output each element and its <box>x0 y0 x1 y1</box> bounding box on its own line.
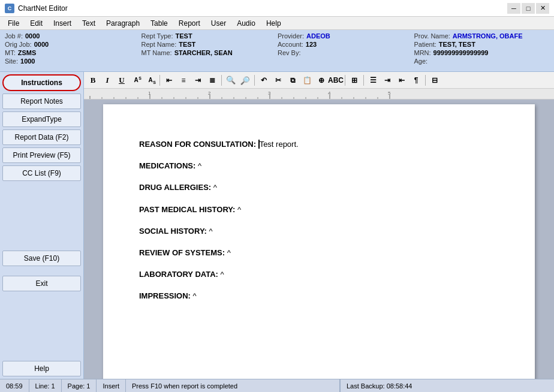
info-col-3: Provider: ADEOB Account: 123 Rev By: <box>278 32 413 69</box>
copy-button[interactable]: ⧉ <box>286 74 299 86</box>
expand-type-button[interactable]: ExpandType <box>2 111 81 127</box>
save-button[interactable]: Save (F10) <box>2 251 81 266</box>
close-button[interactable]: ✕ <box>536 3 549 14</box>
status-page: Page: 1 <box>62 379 97 392</box>
bold-button[interactable]: B <box>86 74 100 86</box>
doc-line-6: LABORATORY DATA: ^ <box>139 269 499 280</box>
exit-button[interactable]: Exit <box>2 276 81 291</box>
svg-text:5: 5 <box>388 91 391 96</box>
zoom-out-button[interactable]: 🔍 <box>239 74 252 86</box>
reptname-row: Rept Name: TEST <box>141 41 277 48</box>
align-right-button[interactable]: ⇥ <box>191 74 204 86</box>
repttype-row: Rept Type: TEST <box>141 32 277 40</box>
align-justify-button[interactable]: ≣ <box>206 74 219 86</box>
indent-button[interactable]: ⇥ <box>381 74 394 86</box>
status-message: Press F10 when report is completed <box>126 379 340 392</box>
toolbar-sep-2 <box>221 75 222 86</box>
outdent-button[interactable]: ⇤ <box>395 74 408 86</box>
menu-report[interactable]: Report <box>173 17 206 29</box>
paste-button[interactable]: 📋 <box>300 74 314 86</box>
zoom-in-button[interactable]: 🔍 <box>224 74 237 86</box>
doc-text-3: ^ <box>235 205 241 214</box>
status-insert: Insert <box>97 379 126 392</box>
menu-edit[interactable]: Edit <box>25 17 48 29</box>
menu-user[interactable]: User <box>206 17 231 29</box>
status-time: 08:59 <box>0 379 29 392</box>
mrn-value: 999999999999999 <box>433 49 489 56</box>
revby-label: Rev By: <box>278 49 301 56</box>
mrn-row: MRN: 999999999999999 <box>414 49 550 56</box>
sidebar-gap <box>2 269 81 273</box>
patient-value: TEST, TEST <box>439 41 475 48</box>
cc-list-button[interactable]: CC List (F9) <box>2 165 81 181</box>
doc-wrapper[interactable]: REASON FOR CONSULTATION: Test report.MED… <box>84 99 554 379</box>
format-button[interactable]: ¶ <box>410 74 423 86</box>
toolbar: B I U AS AS ⇤ ≡ ⇥ ≣ 🔍 🔍 ↶ ✂ ⧉ 📋 ⊕ ABC ⊞ … <box>84 72 554 89</box>
doc-text-1: ^ <box>195 161 201 170</box>
doc-text-6: ^ <box>218 270 224 279</box>
special1-button[interactable]: ⊕ <box>315 74 328 86</box>
app-icon: C <box>5 4 14 13</box>
job-row: Job #: 0000 <box>5 32 140 40</box>
menu-table[interactable]: Table <box>145 17 173 29</box>
instructions-button[interactable]: Instructions <box>2 74 81 91</box>
report-notes-button[interactable]: Report Notes <box>2 94 81 109</box>
cut-button[interactable]: ✂ <box>272 74 285 86</box>
special2-button[interactable]: ⊟ <box>428 74 441 86</box>
sidebar-spacer <box>2 183 81 248</box>
reptname-value: TEST <box>179 41 195 48</box>
subscript-button[interactable]: AS <box>144 74 157 86</box>
menubar: File Edit Insert Text Paragraph Table Re… <box>0 17 554 30</box>
toolbar-sep-6 <box>425 75 426 86</box>
sidebar-spacer2 <box>2 294 81 358</box>
titlebar-controls: ─ □ ✕ <box>507 3 549 14</box>
svg-text:1: 1 <box>148 91 151 96</box>
mt-value: ZSMS <box>18 49 37 56</box>
menu-help[interactable]: Help <box>261 17 287 29</box>
maximize-button[interactable]: □ <box>522 3 535 14</box>
undo-button[interactable]: ↶ <box>257 74 270 86</box>
mt-label: MT: <box>5 49 16 56</box>
align-left-button[interactable]: ⇤ <box>162 74 176 86</box>
superscript-button[interactable]: AS <box>130 74 143 86</box>
doc-line-3: PAST MEDICAL HISTORY: ^ <box>139 204 499 215</box>
align-center-button[interactable]: ≡ <box>177 74 190 86</box>
toolbar-sep-5 <box>363 75 364 86</box>
print-preview-button[interactable]: Print Preview (F5) <box>2 147 81 163</box>
doc-text-0: Test report. <box>256 140 299 149</box>
menu-audio[interactable]: Audio <box>231 17 261 29</box>
italic-button[interactable]: I <box>101 74 114 86</box>
menu-file[interactable]: File <box>2 17 25 29</box>
report-data-button[interactable]: Report Data (F2) <box>2 129 81 145</box>
ruler: 1 2 3 4 <box>84 89 554 99</box>
document-page[interactable]: REASON FOR CONSULTATION: Test report.MED… <box>103 104 535 379</box>
content-area: B I U AS AS ⇤ ≡ ⇥ ≣ 🔍 🔍 ↶ ✂ ⧉ 📋 ⊕ ABC ⊞ … <box>84 72 554 379</box>
help-button[interactable]: Help <box>2 361 81 376</box>
minimize-button[interactable]: ─ <box>507 3 520 14</box>
site-label: Site: <box>5 58 18 65</box>
provider-label: Provider: <box>278 32 304 40</box>
app-title: ChartNet Editor <box>18 4 68 13</box>
table-button[interactable]: ⊞ <box>348 74 361 86</box>
mtname-label: MT Name: <box>141 49 172 56</box>
menu-insert[interactable]: Insert <box>48 17 77 29</box>
menu-paragraph[interactable]: Paragraph <box>101 17 145 29</box>
doc-line-7: IMPRESSION: ^ <box>139 291 499 301</box>
info-col-4: Prov. Name: ARMSTRONG, OBAFE Patient: TE… <box>414 32 550 69</box>
mtname-row: MT Name: STARCHER, SEAN <box>141 49 277 56</box>
repttype-label: Rept Type: <box>141 32 173 40</box>
list-button[interactable]: ☰ <box>366 74 380 86</box>
spellcheck-button[interactable]: ABC <box>329 74 342 86</box>
toolbar-sep-4 <box>345 75 345 86</box>
age-label: Age: <box>414 58 428 65</box>
account-row: Account: 123 <box>278 41 413 48</box>
account-label: Account: <box>278 41 303 48</box>
underline-button[interactable]: U <box>115 74 128 86</box>
patient-row: Patient: TEST, TEST <box>414 41 550 48</box>
menu-text[interactable]: Text <box>77 17 101 29</box>
mtname-value: STARCHER, SEAN <box>174 49 233 56</box>
doc-text-5: ^ <box>225 248 231 257</box>
origjob-label: Orig Job: <box>5 41 32 48</box>
patient-label: Patient: <box>414 41 436 48</box>
status-line: Line: 1 <box>29 379 62 392</box>
